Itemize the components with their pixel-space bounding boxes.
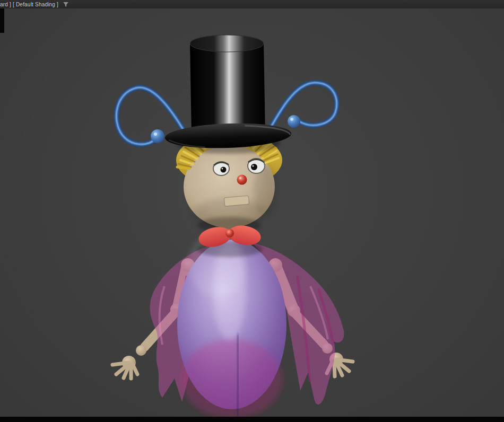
hand-left[interactable] bbox=[112, 356, 137, 379]
antenna-sphere-left[interactable] bbox=[151, 129, 164, 143]
viewport-edge-bottom bbox=[0, 417, 504, 422]
viewport-3d[interactable]: ard ] [ Default Shading ] bbox=[0, 0, 504, 422]
viewport-header: ard ] [ Default Shading ] bbox=[0, 0, 504, 8]
hat-cylinder bbox=[190, 43, 265, 136]
mouth[interactable] bbox=[224, 196, 249, 206]
wrist-joint-left bbox=[136, 345, 146, 356]
eye-left[interactable] bbox=[213, 162, 229, 175]
top-hat[interactable] bbox=[164, 35, 291, 150]
collar-button bbox=[225, 229, 234, 238]
filter-icon[interactable] bbox=[63, 2, 69, 7]
viewport-shading-label[interactable]: ard ] [ Default Shading ] bbox=[0, 2, 58, 7]
viewport-edge-left bbox=[0, 8, 4, 33]
scene-3d[interactable] bbox=[0, 0, 504, 422]
eye-right[interactable] bbox=[248, 159, 265, 173]
antenna-sphere-right[interactable] bbox=[288, 115, 300, 128]
nose[interactable] bbox=[237, 175, 247, 185]
